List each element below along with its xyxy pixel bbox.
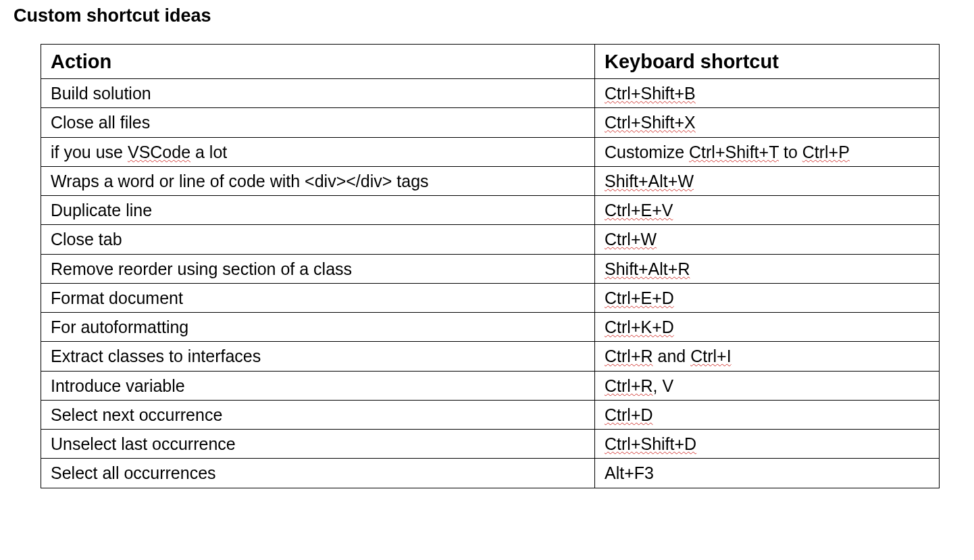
text-segment: if you use (51, 143, 128, 161)
cell-action: For autoformatting (41, 313, 595, 342)
table-row: Unselect last occurrenceCtrl+Shift+D (41, 430, 940, 459)
table-header-row: Action Keyboard shortcut (41, 45, 940, 79)
text-segment: For autoformatting (51, 317, 188, 336)
table-row: Build solutionCtrl+Shift+B (41, 79, 940, 108)
table-row: Duplicate lineCtrl+E+V (41, 196, 940, 225)
table-row: Format documentCtrl+E+D (41, 283, 940, 312)
text-segment: a lot (190, 143, 227, 161)
cell-action: Build solution (41, 79, 595, 108)
text-segment: and (653, 347, 691, 365)
cell-action: Select all occurrences (41, 459, 595, 488)
cell-shortcut: Ctrl+W (595, 225, 940, 254)
table-row: Select all occurrencesAlt+F3 (41, 459, 940, 488)
text-segment: Remove reorder using section of a class (51, 259, 352, 278)
cell-shortcut: Alt+F3 (595, 459, 940, 488)
text-segment-squiggle: Ctrl+K+D (605, 317, 674, 336)
text-segment: Introduce variable (51, 376, 185, 395)
table-row: For autoformattingCtrl+K+D (41, 313, 940, 342)
cell-action: Wraps a word or line of code with <div><… (41, 166, 595, 195)
text-segment: to (779, 143, 802, 161)
text-segment-squiggle: VSCode (128, 143, 190, 161)
page-title: Custom shortcut ideas (14, 5, 960, 26)
text-segment: Close tab (51, 230, 122, 249)
cell-shortcut: Ctrl+R, V (595, 371, 940, 400)
text-segment-squiggle: Ctrl+P (802, 143, 850, 161)
cell-shortcut: Shift+Alt+R (595, 254, 940, 283)
text-segment: Close all files (51, 113, 150, 132)
table-row: Introduce variableCtrl+R, V (41, 371, 940, 400)
cell-shortcut: Customize Ctrl+Shift+T to Ctrl+P (595, 137, 940, 166)
text-segment-squiggle: Ctrl+R (605, 376, 653, 395)
text-segment: Format document (51, 288, 183, 307)
text-segment-squiggle: Ctrl+Shift+T (689, 143, 779, 161)
text-segment-squiggle: Ctrl+Shift+B (605, 84, 696, 103)
column-header-shortcut: Keyboard shortcut (595, 45, 940, 79)
text-segment: Customize (605, 143, 689, 161)
column-header-action: Action (41, 45, 595, 79)
cell-shortcut: Ctrl+R and Ctrl+I (595, 342, 940, 371)
cell-shortcut: Ctrl+Shift+X (595, 108, 940, 137)
table-row: Close all filesCtrl+Shift+X (41, 108, 940, 137)
cell-action: Remove reorder using section of a class (41, 254, 595, 283)
cell-action: Extract classes to interfaces (41, 342, 595, 371)
text-segment: , V (653, 376, 674, 395)
cell-action: Unselect last occurrence (41, 430, 595, 459)
text-segment-squiggle: Ctrl+E+D (605, 288, 674, 307)
text-segment-squiggle: Shift+Alt+R (605, 259, 690, 278)
shortcut-table: Action Keyboard shortcut Build solutionC… (41, 44, 940, 488)
table-row: if you use VSCode a lotCustomize Ctrl+Sh… (41, 137, 940, 166)
table-row: Extract classes to interfacesCtrl+R and … (41, 342, 940, 371)
text-segment: Select all occurrences (51, 463, 216, 482)
text-segment-squiggle: Ctrl+E+V (605, 201, 673, 220)
text-segment: Duplicate line (51, 201, 152, 220)
table-row: Close tabCtrl+W (41, 225, 940, 254)
text-segment: Extract classes to interfaces (51, 347, 261, 365)
text-segment: Wraps a word or line of code with <div><… (51, 172, 429, 190)
table-row: Remove reorder using section of a classS… (41, 254, 940, 283)
cell-action: Introduce variable (41, 371, 595, 400)
text-segment: Build solution (51, 84, 151, 103)
text-segment-squiggle: Ctrl+Shift+X (605, 113, 696, 132)
cell-shortcut: Shift+Alt+W (595, 166, 940, 195)
table-body: Build solutionCtrl+Shift+BClose all file… (41, 79, 940, 488)
cell-action: Format document (41, 283, 595, 312)
cell-shortcut: Ctrl+Shift+B (595, 79, 940, 108)
text-segment-squiggle: Ctrl+D (605, 405, 653, 424)
text-segment: Select next occurrence (51, 405, 222, 424)
cell-action: Close tab (41, 225, 595, 254)
table-row: Select next occurrenceCtrl+D (41, 400, 940, 429)
text-segment-squiggle: Ctrl+I (690, 347, 731, 365)
text-segment-squiggle: Shift+Alt+W (605, 172, 694, 190)
cell-action: if you use VSCode a lot (41, 137, 595, 166)
cell-action: Duplicate line (41, 196, 595, 225)
cell-shortcut: Ctrl+D (595, 400, 940, 429)
shortcut-table-wrap: Action Keyboard shortcut Build solutionC… (41, 44, 960, 488)
text-segment-squiggle: Ctrl+R (605, 347, 653, 365)
cell-action: Close all files (41, 108, 595, 137)
text-segment: Unselect last occurrence (51, 434, 236, 453)
cell-shortcut: Ctrl+E+D (595, 283, 940, 312)
cell-shortcut: Ctrl+K+D (595, 313, 940, 342)
table-row: Wraps a word or line of code with <div><… (41, 166, 940, 195)
cell-shortcut: Ctrl+E+V (595, 196, 940, 225)
text-segment: Alt+F3 (605, 463, 654, 482)
text-segment-squiggle: Ctrl+W (605, 230, 657, 249)
text-segment-squiggle: Ctrl+Shift+D (605, 434, 696, 453)
cell-shortcut: Ctrl+Shift+D (595, 430, 940, 459)
cell-action: Select next occurrence (41, 400, 595, 429)
